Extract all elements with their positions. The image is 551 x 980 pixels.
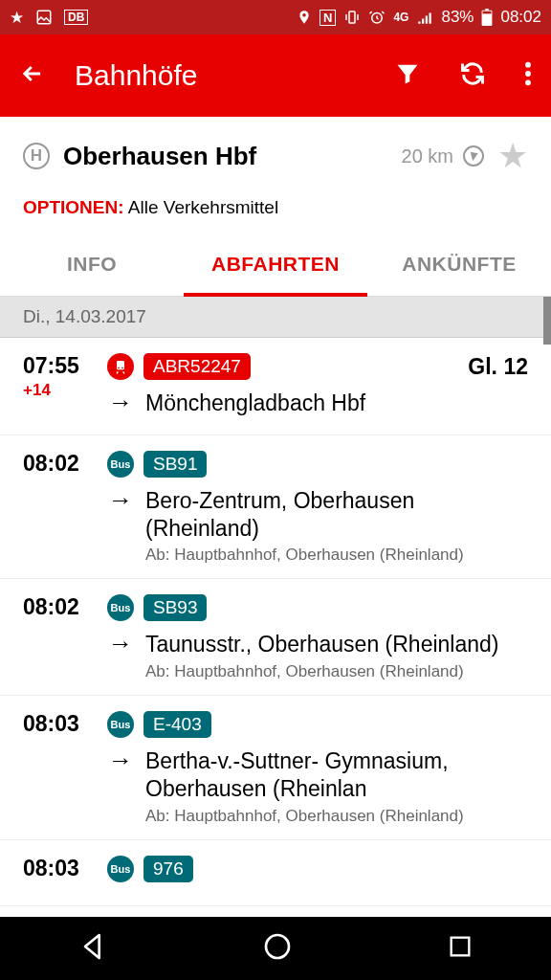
app-bar: Bahnhöfe [0,34,551,117]
image-icon [35,9,53,26]
network-icon: 4G [393,11,408,24]
refresh-button[interactable] [459,60,486,91]
db-badge: DB [64,10,88,25]
platform: Gl. 12 [468,354,528,380]
svg-point-11 [121,367,123,368]
departure-delay: +14 [23,381,90,400]
departure-time: 08:02 [23,594,90,620]
departure-item[interactable]: 07:55+14ABR52247Gl. 12→Mönchengladbach H… [0,338,551,435]
bus-icon: Bus [107,711,134,738]
back-button[interactable] [19,60,46,91]
navigation-bar [0,917,551,980]
svg-rect-4 [486,9,490,11]
train-icon [107,353,134,380]
compass-icon [463,145,484,167]
departure-item[interactable]: 08:03BusE-403→Bertha-v.-Suttner- Gymnasi… [0,696,551,840]
options-label: OPTIONEN: [23,197,124,217]
status-bar: ★ DB N 4G 83% 08:02 [0,0,551,34]
filter-button[interactable] [394,60,421,91]
departure-from: Ab: Hauptbahnhof, Oberhausen (Rheinland) [145,662,528,681]
departures-list: 07:55+14ABR52247Gl. 12→Mönchengladbach H… [0,338,551,906]
line-badge: ABR52247 [143,353,251,380]
bus-icon: Bus [107,594,134,621]
station-header: H Oberhausen Hbf 20 km ★ [0,117,551,188]
nfc-icon: N [320,10,336,26]
departure-from: Ab: Hauptbahnhof, Oberhausen (Rheinland) [145,807,528,826]
alarm-icon [368,9,386,26]
departure-item[interactable]: 08:02BusSB93→Taunusstr., Oberhausen (Rhe… [0,579,551,696]
battery-percent: 83% [441,8,474,27]
departure-time: 08:03 [23,856,90,881]
departure-item[interactable]: 08:02BusSB91→Bero-Zentrum, Oberhausen (R… [0,435,551,580]
station-distance: 20 km [402,145,453,167]
svg-rect-5 [483,11,492,14]
page-title: Bahnhöfe [75,59,394,92]
destination: Bertha-v.-Suttner- Gymnasium, Oberhausen… [145,747,528,803]
svg-rect-0 [37,11,51,24]
scroll-indicator[interactable] [543,297,551,345]
nav-recent[interactable] [447,933,474,964]
destination: Taunusstr., Oberhausen (Rheinland) [145,631,499,658]
arrow-right-icon: → [107,487,134,512]
status-time: 08:02 [500,8,541,27]
tabs: INFO ABFAHRTEN ANKÜNFTE [0,235,551,297]
station-icon: H [23,143,50,169]
departure-from: Ab: Hauptbahnhof, Oberhausen (Rheinland) [145,546,528,565]
departure-time: 08:02 [23,451,90,477]
line-badge: E-403 [143,711,211,738]
battery-icon [481,9,493,26]
bus-icon: Bus [107,856,134,882]
location-icon [297,10,312,25]
signal-icon [416,9,433,26]
arrow-right-icon: → [107,390,134,414]
star-icon: ★ [10,8,24,28]
svg-rect-9 [117,361,124,369]
svg-point-8 [525,79,531,85]
departure-time: 08:03 [23,711,90,737]
svg-point-7 [525,71,531,77]
station-name: Oberhausen Hbf [63,142,388,171]
nav-home[interactable] [262,931,293,966]
departure-time: 07:55 [23,353,90,379]
vibrate-icon [343,9,361,26]
bus-icon: Bus [107,451,134,478]
departure-item[interactable]: 08:03Bus976 [0,840,551,906]
nav-back[interactable] [77,931,108,966]
menu-button[interactable] [524,60,532,91]
tab-departures[interactable]: ABFAHRTEN [184,235,367,297]
svg-point-12 [266,935,289,958]
tab-info[interactable]: INFO [0,235,184,296]
date-header: Di., 14.03.2017 [0,297,551,338]
line-badge: SB93 [143,594,207,621]
line-badge: 976 [143,856,193,882]
arrow-right-icon: → [107,747,134,772]
svg-point-6 [525,62,531,68]
svg-rect-1 [349,11,355,23]
options-value: Alle Verkehrsmittel [128,197,278,217]
destination: Bero-Zentrum, Oberhausen (Rheinland) [145,487,528,543]
tab-arrivals[interactable]: ANKÜNFTE [367,235,551,296]
svg-point-10 [118,367,120,368]
favorite-button[interactable]: ★ [497,136,528,176]
options-row[interactable]: OPTIONEN: Alle Verkehrsmittel [0,188,551,235]
svg-rect-13 [452,938,470,956]
arrow-right-icon: → [107,631,134,656]
line-badge: SB91 [143,451,207,478]
destination: Mönchengladbach Hbf [145,390,365,417]
